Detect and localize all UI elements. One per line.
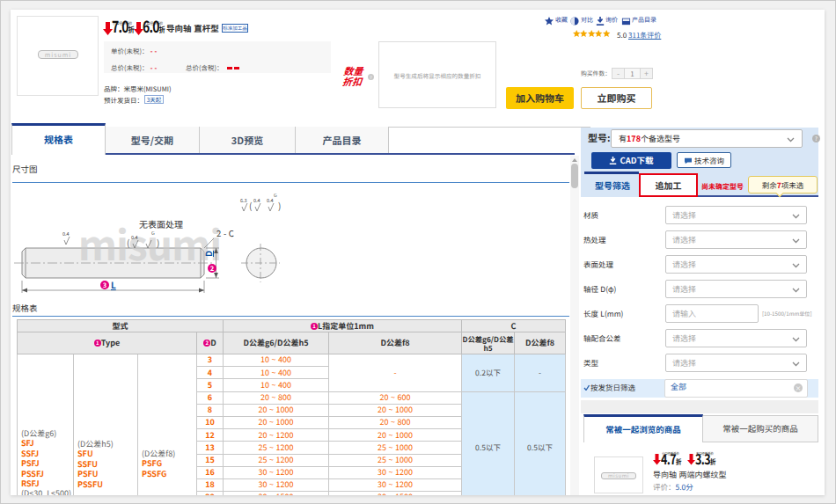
svg-text:(: ( bbox=[127, 236, 129, 249]
svg-text:): ) bbox=[157, 236, 159, 249]
svg-text:G: G bbox=[274, 192, 277, 199]
svg-text:2 - C: 2 - C bbox=[216, 227, 234, 239]
svg-text:G: G bbox=[151, 230, 155, 237]
svg-text:L: L bbox=[111, 278, 116, 291]
svg-text:D: D bbox=[202, 251, 215, 257]
svg-text:2: 2 bbox=[210, 263, 215, 273]
svg-text:0.4: 0.4 bbox=[131, 234, 138, 241]
svg-text:3: 3 bbox=[103, 280, 106, 289]
svg-text:无表面处理: 无表面处理 bbox=[139, 217, 183, 230]
svg-text:0.4: 0.4 bbox=[267, 197, 274, 204]
svg-text:(: ( bbox=[249, 199, 252, 212]
svg-text:): ) bbox=[278, 199, 281, 212]
svg-text:0.4: 0.4 bbox=[62, 230, 70, 237]
svg-text:6.3: 6.3 bbox=[240, 197, 247, 204]
svg-text:0.4: 0.4 bbox=[253, 197, 260, 204]
